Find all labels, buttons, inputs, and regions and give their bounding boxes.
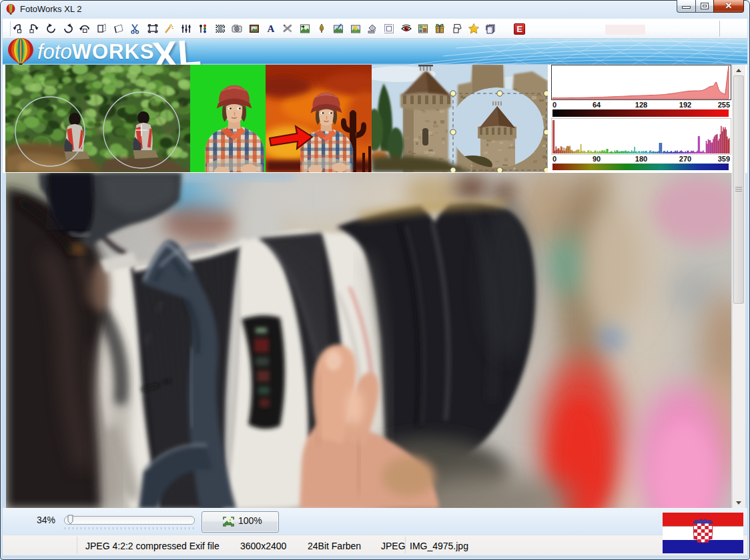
svg-text:359: 359 bbox=[718, 155, 730, 163]
svg-text:128: 128 bbox=[635, 101, 647, 109]
svg-text:64: 64 bbox=[593, 101, 601, 109]
svg-text:255: 255 bbox=[718, 101, 730, 109]
svg-text:0: 0 bbox=[552, 155, 556, 163]
svg-text:90: 90 bbox=[593, 155, 601, 163]
svg-text:0: 0 bbox=[552, 101, 556, 109]
svg-text:192: 192 bbox=[679, 101, 691, 109]
svg-text:270: 270 bbox=[679, 155, 691, 163]
svg-text:A: A bbox=[268, 23, 275, 34]
svg-text:180: 180 bbox=[635, 155, 647, 163]
